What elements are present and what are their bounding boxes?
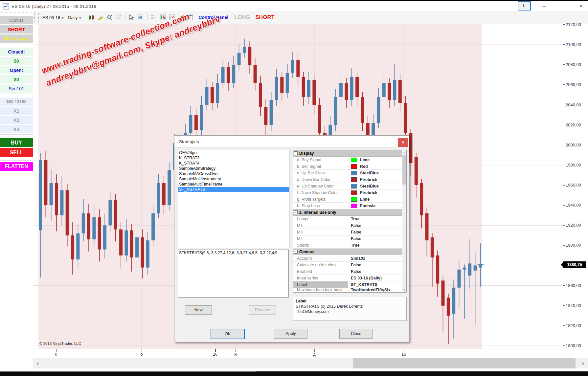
chart-style-icon[interactable] <box>87 13 96 22</box>
property-value[interactable]: SteelBlue <box>348 183 403 189</box>
candle-body <box>119 229 123 255</box>
close-button[interactable]: Close <box>339 329 373 339</box>
maximize-button[interactable] <box>558 2 568 10</box>
property-value[interactable]: False <box>348 235 403 242</box>
toolbar-long-button[interactable]: LONG <box>232 13 253 22</box>
property-row[interactable]: b. Sell SignalRed <box>293 163 403 170</box>
property-group-header[interactable]: z. internal use only <box>293 209 403 216</box>
strategy-list-item[interactable]: SampleAtmStrategy <box>178 166 289 171</box>
property-value[interactable]: Red <box>348 163 403 169</box>
dialog-close-button[interactable] <box>398 138 408 147</box>
property-value[interactable]: TwoHundredFiftySix <box>348 288 403 292</box>
property-value[interactable]: False <box>348 229 403 235</box>
sidebar-short-button[interactable]: SHORT <box>0 25 33 33</box>
strategy-parameters-input[interactable]: STKSTRATS(9,5,-3,3,27,4,12,6,-3,3,27,4,9… <box>178 250 289 298</box>
property-value[interactable]: ES 03-16 (Daily) <box>348 275 403 281</box>
property-value[interactable]: False <box>348 222 403 229</box>
chart-trader-icon[interactable] <box>149 13 158 22</box>
zoom-in-icon[interactable] <box>105 13 114 22</box>
property-value[interactable]: Firebrick <box>348 176 403 183</box>
property-value[interactable]: True <box>348 242 403 248</box>
property-value[interactable]: False <box>348 268 403 275</box>
property-row[interactable]: M3False <box>293 229 403 235</box>
strategy-list-item[interactable]: K_STRAT3 <box>178 155 289 161</box>
property-row[interactable]: c. Up Bar ColorSteelBlue <box>293 170 403 176</box>
property-row[interactable]: Input seriesES 03-16 (Daily) <box>293 275 403 281</box>
property-row[interactable]: ShortsTrue <box>293 242 403 249</box>
strategy-list-item[interactable]: SampleMultiTimeFrame <box>178 182 289 187</box>
sell-button[interactable]: SELL <box>0 148 33 157</box>
property-row[interactable]: EnabledFalse <box>293 268 403 275</box>
property-value[interactable]: SteelBlue <box>348 170 403 176</box>
strategy-list-item[interactable]: SampleMACrossOver <box>178 171 289 176</box>
price-axis[interactable]: 2120,002100,002080,002060,002040,002020,… <box>563 24 588 349</box>
property-value[interactable]: True <box>348 216 403 222</box>
toolbar-grip[interactable] <box>34 13 39 22</box>
new-strategy-button[interactable]: New <box>185 305 212 315</box>
property-value[interactable]: Lime <box>348 157 403 163</box>
collapse-icon[interactable] <box>294 250 298 254</box>
resize-grip[interactable] <box>405 338 408 341</box>
ok-button[interactable]: OK <box>211 329 245 339</box>
strategy-list-item[interactable]: SampleMultiInstrument <box>178 176 289 182</box>
window-titlebar[interactable]: ES 03-16 (Daily) 27.08.2015 - 29.01.2016… <box>0 0 588 12</box>
toolbar-short-button[interactable]: SHORT <box>253 13 277 22</box>
collapse-icon[interactable] <box>294 151 298 155</box>
scroll-right-icon[interactable] <box>578 358 588 368</box>
risk-selector[interactable]: $50 / $150 <box>0 98 33 106</box>
property-row[interactable]: a. Buy SignalLime <box>293 157 403 163</box>
property-value[interactable]: False <box>348 262 403 268</box>
scrollbar-thumb[interactable] <box>353 358 576 368</box>
property-value[interactable]: ST_KSTRATS <box>348 281 403 288</box>
cursor-tool-icon[interactable] <box>127 13 136 22</box>
property-row[interactable]: Calculate on bar closeFalse <box>293 262 403 268</box>
sidebar-long-button[interactable]: LONG <box>0 16 33 24</box>
property-grid-scrollbar[interactable] <box>402 150 406 292</box>
property-value[interactable]: Sim101 <box>348 255 403 261</box>
strategy-list-item[interactable]: ST_KSTRATS <box>178 187 289 192</box>
property-row[interactable]: f. Down Shadow ColorFirebrick <box>293 189 403 196</box>
sidebar-grip[interactable] <box>1 12 32 15</box>
time-axis[interactable]: со26нд16 <box>33 349 563 358</box>
buy-button[interactable]: BUY <box>0 138 33 147</box>
property-value[interactable]: Firebrick <box>348 189 403 196</box>
close-window-button[interactable] <box>576 2 586 10</box>
property-row[interactable]: LabelST_KSTRATS <box>293 281 403 288</box>
account-selector[interactable]: Sim101 <box>0 84 33 93</box>
strategy-k3-button[interactable]: K3 <box>0 116 33 124</box>
property-row[interactable]: g. Profit TargetsLime <box>293 196 403 203</box>
property-value[interactable]: Fuchsia <box>348 203 403 209</box>
data-box-icon[interactable] <box>137 13 145 22</box>
property-row[interactable]: AccountSim101 <box>293 255 403 262</box>
instrument-selector[interactable]: ES 03-16 <box>40 13 66 22</box>
scroll-up-icon[interactable] <box>402 150 406 155</box>
property-row[interactable]: e. Up Shadow ColorSteelBlue <box>293 183 403 189</box>
property-row[interactable]: LongsTrue <box>293 216 403 222</box>
interval-selector[interactable]: Daily <box>66 13 83 22</box>
strategy-list-item[interactable]: OFA/Algo <box>178 150 289 155</box>
strategy-k4-button[interactable]: K4 <box>0 125 33 133</box>
property-value[interactable]: Lime <box>348 196 403 202</box>
strategy-list[interactable]: OFA/AlgoK_STRAT3K_STRAT4SampleAtmStrateg… <box>178 150 289 248</box>
apply-button[interactable]: Apply <box>274 329 307 339</box>
property-row[interactable]: M4False <box>293 235 403 242</box>
property-group-header[interactable]: Display <box>293 150 403 157</box>
scrollbar-thumb[interactable] <box>402 155 406 185</box>
dialog-titlebar[interactable]: Strategies <box>174 136 409 148</box>
property-row[interactable]: h. Stop LossFuchsia <box>293 203 403 209</box>
minimize-button[interactable] <box>539 2 549 10</box>
scroll-down-icon[interactable] <box>402 288 406 292</box>
property-row[interactable]: Maximum bars look backTwoHundredFiftySix <box>293 288 403 292</box>
property-row[interactable]: d. Down Bar ColorFirebrick <box>293 176 403 183</box>
strategy-k1-button[interactable]: K1 <box>0 107 33 115</box>
property-group-header[interactable]: General <box>293 249 403 255</box>
sidebar-reversals-button[interactable]: Reversals <box>0 34 33 43</box>
flatten-button[interactable]: FLATTEN <box>0 162 33 171</box>
instrument-link-button[interactable]: L <box>518 1 531 11</box>
chart-horizontal-scrollbar[interactable] <box>33 358 588 368</box>
collapse-icon[interactable] <box>294 210 298 214</box>
drawing-tools-icon[interactable] <box>96 13 105 22</box>
strategy-list-item[interactable]: K_STRAT4 <box>178 161 289 166</box>
scroll-left-icon[interactable] <box>33 358 43 368</box>
property-row[interactable]: M1False <box>293 222 403 229</box>
